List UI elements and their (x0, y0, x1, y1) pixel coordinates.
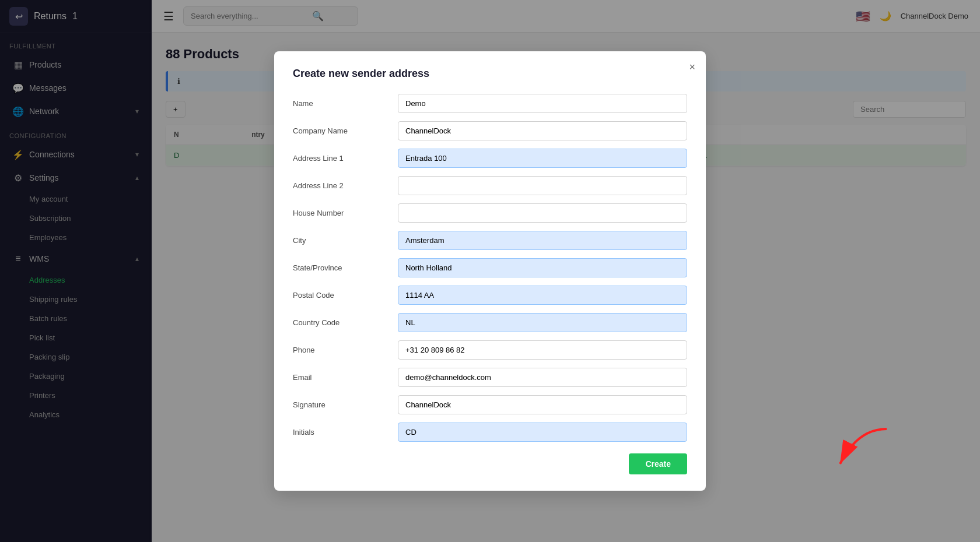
label-initials: Initials (293, 428, 398, 437)
form-row-phone: Phone (293, 340, 687, 360)
input-email[interactable] (398, 368, 687, 387)
modal-overlay: Create new sender address × Name Company… (0, 0, 980, 542)
label-country-code: Country Code (293, 318, 398, 327)
input-postal-code[interactable] (398, 286, 687, 305)
input-state[interactable] (398, 258, 687, 277)
label-city: City (293, 236, 398, 245)
label-address-line1: Address Line 1 (293, 154, 398, 163)
form-row-state: State/Province (293, 258, 687, 277)
label-signature: Signature (293, 400, 398, 409)
create-button[interactable]: Create (629, 453, 687, 474)
form-row-country-code: Country Code (293, 313, 687, 332)
arrow-indicator (828, 417, 898, 478)
form-row-address-line1: Address Line 1 (293, 149, 687, 168)
input-phone[interactable] (398, 340, 687, 360)
form-row-city: City (293, 231, 687, 250)
input-house-number[interactable] (398, 203, 687, 223)
label-state: State/Province (293, 263, 398, 272)
form-row-address-line2: Address Line 2 (293, 176, 687, 195)
input-city[interactable] (398, 231, 687, 250)
input-country-code[interactable] (398, 313, 687, 332)
label-postal-code: Postal Code (293, 291, 398, 300)
label-email: Email (293, 373, 398, 382)
form-row-house-number: House Number (293, 203, 687, 223)
label-house-number: House Number (293, 209, 398, 217)
input-company-name[interactable] (398, 121, 687, 140)
form-row-postal-code: Postal Code (293, 286, 687, 305)
label-name: Name (293, 99, 398, 108)
input-initials[interactable] (398, 423, 687, 442)
form-row-initials: Initials (293, 423, 687, 442)
input-signature[interactable] (398, 395, 687, 414)
form-row-email: Email (293, 368, 687, 387)
input-address-line2[interactable] (398, 176, 687, 195)
modal-footer: Create (293, 453, 687, 474)
modal-title: Create new sender address (293, 68, 687, 80)
form-row-company-name: Company Name (293, 121, 687, 140)
label-company-name: Company Name (293, 126, 398, 135)
form-row-name: Name (293, 94, 687, 113)
modal-create-sender: Create new sender address × Name Company… (274, 51, 706, 491)
form-row-signature: Signature (293, 395, 687, 414)
modal-close-button[interactable]: × (689, 62, 695, 72)
label-address-line2: Address Line 2 (293, 181, 398, 190)
input-name[interactable] (398, 94, 687, 113)
label-phone: Phone (293, 346, 398, 354)
input-address-line1[interactable] (398, 149, 687, 168)
